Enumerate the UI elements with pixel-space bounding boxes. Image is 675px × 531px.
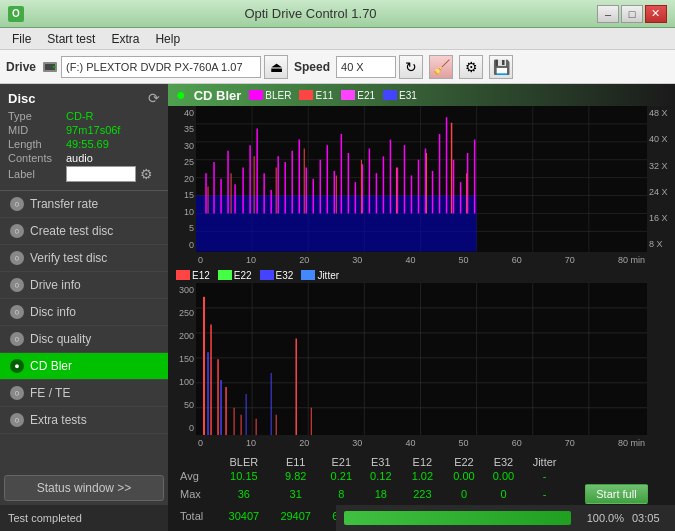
nav-icon-verify-test-disc: ○	[10, 251, 24, 265]
menu-start-test[interactable]: Start test	[39, 30, 103, 48]
legend-e31: E31	[383, 90, 417, 101]
content-area: ● CD Bler BLER E11 E21	[168, 84, 675, 531]
chart1-title: CD Bler	[194, 88, 242, 103]
nav-icon-transfer-rate: ○	[10, 197, 24, 211]
chart1-container: ● CD Bler BLER E11 E21	[168, 84, 675, 268]
sidebar-item-transfer-rate[interactable]: ○Transfer rate	[0, 191, 168, 218]
nav-icon-disc-info: ○	[10, 305, 24, 319]
stats-header-e21: E21	[322, 455, 362, 469]
stats-row-avg: Avg10.159.820.210.121.020.000.00-	[176, 469, 667, 483]
clear-button[interactable]: 🧹	[429, 55, 453, 79]
chart2-right-spacer	[647, 283, 675, 436]
save-button[interactable]: 💾	[489, 55, 513, 79]
disc-contents-label: Contents	[8, 152, 66, 164]
refresh-button[interactable]: ↻	[399, 55, 423, 79]
chart2-x-labels: 01020304050607080 min	[196, 438, 647, 448]
disc-contents-value: audio	[66, 152, 93, 164]
chart2-area	[196, 283, 647, 436]
nav-icon-fe-te: ○	[10, 386, 24, 400]
speed-label: Speed	[294, 60, 330, 74]
settings-button[interactable]: ⚙	[459, 55, 483, 79]
stats-header-e12: E12	[401, 455, 445, 469]
window-controls: – □ ✕	[597, 5, 667, 23]
time-text: 03:05	[632, 512, 667, 524]
legend-e21: E21	[341, 90, 375, 101]
progress-text: 100.0%	[579, 512, 624, 524]
menu-extra[interactable]: Extra	[103, 30, 147, 48]
chart1-x-labels: 01020304050607080 min	[196, 255, 647, 265]
chart1-x-row: 01020304050607080 min	[168, 252, 675, 268]
title-bar: O Opti Drive Control 1.70 – □ ✕	[0, 0, 675, 28]
legend-e11: E11	[299, 90, 333, 101]
chart2-x-row: 01020304050607080 min	[168, 435, 675, 451]
drive-label: Drive	[6, 60, 36, 74]
stats-header-empty	[176, 455, 218, 469]
sidebar-item-extra-tests[interactable]: ○Extra tests	[0, 407, 168, 434]
chart1-wrapper: 4035302520151050	[168, 106, 675, 252]
test-completed-bar: Test completed	[0, 505, 168, 531]
sidebar-item-create-test-disc[interactable]: ○Create test disc	[0, 218, 168, 245]
chart1-right-axis: 48 X40 X32 X24 X16 X8 X	[647, 106, 675, 252]
sidebar-item-disc-info[interactable]: ○Disc info	[0, 299, 168, 326]
chart1-area	[196, 106, 647, 252]
disc-mid-label: MID	[8, 124, 66, 136]
chart2-y-axis: 300250200150100500	[168, 283, 196, 436]
legend-e22: E22	[218, 270, 252, 281]
minimize-button[interactable]: –	[597, 5, 619, 23]
label-edit-icon[interactable]: ⚙	[140, 166, 153, 182]
disc-title: Disc	[8, 91, 35, 106]
sidebar-item-verify-test-disc[interactable]: ○Verify test disc	[0, 245, 168, 272]
menu-file[interactable]: File	[4, 30, 39, 48]
nav-label-disc-quality: Disc quality	[30, 332, 91, 346]
close-button[interactable]: ✕	[645, 5, 667, 23]
nav-icon-create-test-disc: ○	[10, 224, 24, 238]
stats-header-btn1	[566, 455, 667, 469]
chart1-legend: BLER E11 E21 E31	[249, 90, 417, 101]
disc-refresh-icon[interactable]: ⟳	[148, 90, 160, 106]
sidebar-item-fe-te[interactable]: ○FE / TE	[0, 380, 168, 407]
nav-icon-cd-bler: ●	[10, 359, 24, 373]
drive-selector[interactable]: (F:) PLEXTOR DVDR PX-760A 1.07	[61, 56, 261, 78]
speed-selector[interactable]: 40 X	[336, 56, 396, 78]
stats-header-e11: E11	[270, 455, 322, 469]
nav-icon-drive-info: ○	[10, 278, 24, 292]
progress-bar-fill	[344, 511, 571, 525]
sidebar-item-drive-info[interactable]: ○Drive info	[0, 272, 168, 299]
maximize-button[interactable]: □	[621, 5, 643, 23]
stats-row-max: Max363181822300-Start full	[176, 483, 667, 505]
toolbar: Drive (F:) PLEXTOR DVDR PX-760A 1.07 ⏏ S…	[0, 50, 675, 84]
progress-bar-container	[344, 511, 571, 525]
disc-label-label: Label	[8, 168, 66, 180]
disc-length-label: Length	[8, 138, 66, 150]
stats-header-bler: BLER	[218, 455, 270, 469]
menu-help[interactable]: Help	[147, 30, 188, 48]
status-window-button[interactable]: Status window >>	[4, 475, 164, 501]
content-status-bar: 100.0% 03:05	[336, 505, 675, 531]
chart2-legend-bar: E12 E22 E32 Jitter	[168, 268, 675, 283]
nav-label-verify-test-disc: Verify test disc	[30, 251, 107, 265]
disc-type-value: CD-R	[66, 110, 94, 122]
chart1-icon: ●	[176, 86, 186, 104]
sidebar: Disc ⟳ Type CD-R MID 97m17s06f Length 49…	[0, 84, 168, 531]
eject-button[interactable]: ⏏	[264, 55, 288, 79]
disc-label-input[interactable]	[66, 166, 136, 182]
stats-header-e32: E32	[484, 455, 524, 469]
nav-label-create-test-disc: Create test disc	[30, 224, 113, 238]
nav-label-cd-bler: CD Bler	[30, 359, 72, 373]
main-area: Disc ⟳ Type CD-R MID 97m17s06f Length 49…	[0, 84, 675, 531]
disc-length-value: 49:55.69	[66, 138, 109, 150]
sidebar-item-disc-quality[interactable]: ○Disc quality	[0, 326, 168, 353]
app-title: Opti Drive Control 1.70	[244, 6, 376, 21]
chart2-container: E12 E22 E32 Jitter 300250200150100500	[168, 268, 675, 452]
disc-type-label: Type	[8, 110, 66, 122]
btn-start-full[interactable]: Start full	[585, 484, 647, 504]
app-icon: O	[8, 6, 24, 22]
nav-label-fe-te: FE / TE	[30, 386, 70, 400]
nav-icon-disc-quality: ○	[10, 332, 24, 346]
nav-label-extra-tests: Extra tests	[30, 413, 87, 427]
legend-e12: E12	[176, 270, 210, 281]
test-completed-text: Test completed	[8, 512, 82, 524]
sidebar-item-cd-bler[interactable]: ●CD Bler	[0, 353, 168, 380]
nav-icon-extra-tests: ○	[10, 413, 24, 427]
nav-label-drive-info: Drive info	[30, 278, 81, 292]
